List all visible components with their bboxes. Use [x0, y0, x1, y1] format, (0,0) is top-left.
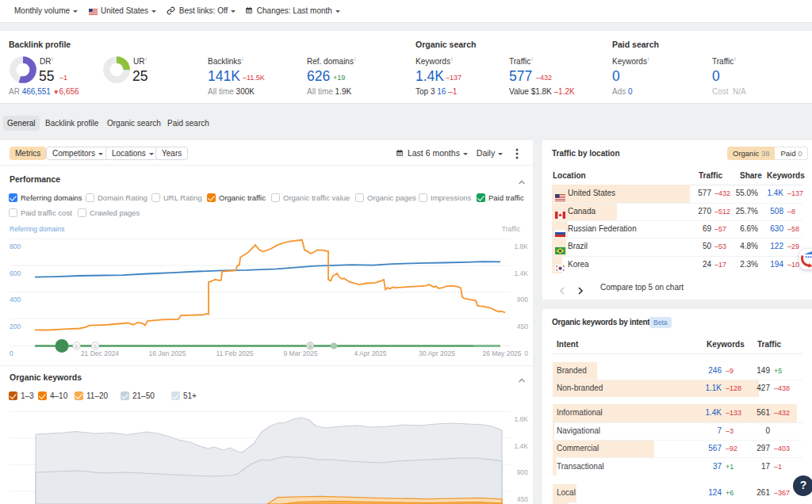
svg-text:0: 0	[524, 349, 528, 357]
svg-text:G: G	[75, 344, 78, 349]
svg-text:26 May 2025: 26 May 2025	[482, 349, 521, 357]
svg-text:G: G	[308, 344, 312, 349]
svg-text:30 Apr 2025: 30 Apr 2025	[419, 349, 455, 357]
svg-text:450: 450	[517, 323, 528, 330]
svg-text:9 Mar 2025: 9 Mar 2025	[284, 349, 318, 357]
svg-text:1.4K: 1.4K	[515, 442, 529, 450]
svg-text:800: 800	[10, 242, 21, 250]
svg-text:900: 900	[517, 468, 528, 476]
svg-text:200: 200	[10, 323, 21, 330]
svg-text:4 Apr 2025: 4 Apr 2025	[354, 349, 386, 357]
svg-text:450: 450	[517, 495, 528, 503]
svg-text:G: G	[94, 344, 97, 349]
svg-text:11 Feb 2025: 11 Feb 2025	[216, 349, 253, 357]
svg-text:1.8K: 1.8K	[515, 242, 529, 250]
svg-text:16 Jan 2025: 16 Jan 2025	[149, 349, 186, 357]
svg-text:1.8K: 1.8K	[515, 415, 529, 423]
svg-text:900: 900	[517, 296, 528, 304]
svg-text:0: 0	[10, 349, 13, 357]
svg-text:400: 400	[10, 296, 21, 304]
svg-text:1.4K: 1.4K	[515, 269, 529, 277]
svg-text:21 Dec 2024: 21 Dec 2024	[81, 349, 119, 357]
svg-text:600: 600	[10, 269, 21, 277]
